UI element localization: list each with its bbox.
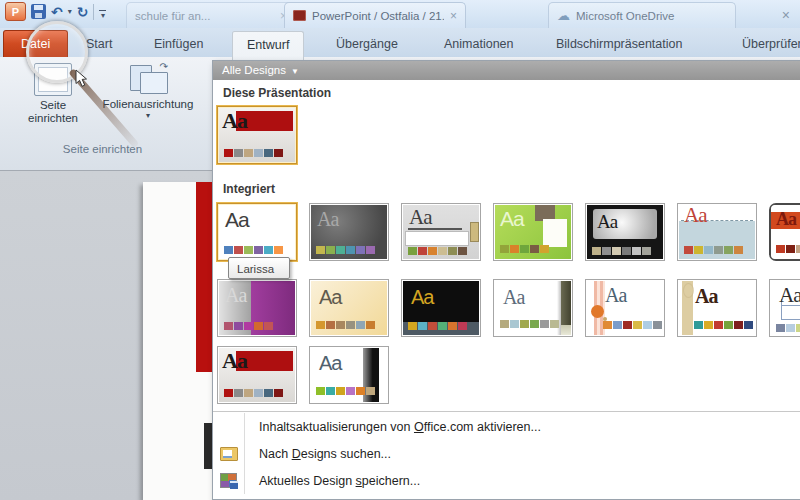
theme-aa-preview: Aa [503,287,524,307]
theme-aa-preview: Aa [605,285,626,305]
theme-thumbnail[interactable]: Aa [677,203,757,261]
theme-color-swatches [776,245,800,253]
theme-color-swatches [694,321,753,329]
menu-item-label: Nach Designs suchen... [245,447,391,461]
theme-decor [405,231,469,246]
window-close-icon[interactable]: × [782,7,790,23]
theme-thumbnail[interactable]: Aa [401,279,481,337]
theme-aa-preview: Aa [411,287,433,307]
theme-aa-preview: Aa [225,285,246,305]
gallery-menu-item[interactable]: Nach Designs suchen... [213,440,800,467]
theme-thumbnail[interactable]: Aa [309,203,389,261]
theme-color-swatches [684,246,743,254]
tab-entwurf[interactable]: Entwurf [232,31,304,61]
theme-aa-preview: Aa [225,209,249,230]
tab-bildschirmpraesentation[interactable]: Bildschirmpräsentation [542,31,696,58]
theme-color-swatches [316,246,375,254]
theme-thumbnail-larissa[interactable]: Aa [217,203,297,261]
theme-thumbnail[interactable]: Aa [309,279,389,337]
browser-tab-title: schule für an... [135,10,210,22]
menu-item-label: Aktuelles Design speichern... [245,474,420,488]
theme-color-swatches [592,247,651,255]
theme-aa-preview: Aa [222,350,247,372]
save-icon[interactable] [31,4,46,19]
tab-animationen[interactable]: Animationen [430,31,528,58]
theme-color-swatches [408,247,467,255]
slide-theme-red-bar [196,182,213,372]
powerpoint-app-icon[interactable]: P [5,2,26,21]
theme-aa-preview: Aa [695,286,717,306]
title-bar: schule für an... × PowerPoint / Ostfalia… [0,0,800,28]
theme-thumbnail[interactable]: Aa [401,203,481,261]
gallery-header-bar[interactable]: Alle Designs▼ [213,61,800,80]
theme-aa-preview: Aa [222,110,247,132]
mouse-cursor-icon [75,69,88,92]
theme-aa-preview: Aa [319,353,341,373]
button-label: Seite einrichten [14,99,92,125]
theme-color-swatches [316,321,375,329]
theme-thumbnail[interactable]: Aa [585,279,665,337]
undo-dropdown-icon[interactable]: ▾ [68,7,72,16]
menu-icon-empty [213,413,245,440]
theme-decor [543,219,567,247]
toolbar-separator [93,4,94,20]
theme-color-swatches [500,245,549,253]
menu-item-label: Inhaltsaktualisierungen von Office.com a… [245,420,541,434]
tab-close-icon[interactable]: × [450,10,457,22]
ribbon-tab-row: Datei Start Einfügen Entwurf Übergänge A… [0,28,800,58]
theme-tooltip: Larissa [228,257,290,279]
theme-color-swatches [500,320,559,328]
theme-aa-preview: Aa [409,207,432,228]
themes-gallery-dropdown: Alle Designs▼ Diese Präsentation Integri… [212,60,800,500]
slide-orientation-icon: ↷ [128,63,168,95]
theme-thumbnail[interactable]: Aa [493,279,573,337]
theme-thumbnail[interactable]: Aa [769,279,800,337]
theme-color-swatches [603,321,662,329]
section-this-presentation: Diese Präsentation [223,86,331,100]
gallery-menu: Inhaltsaktualisierungen von Office.com a… [213,413,800,494]
theme-decor [683,283,694,298]
gallery-menu-item[interactable]: Aktuelles Design speichern... [213,467,800,494]
undo-icon[interactable]: ↶ [51,5,63,19]
tab-uebergaenge[interactable]: Übergänge [322,31,412,58]
theme-thumbnail[interactable]: Aa [217,106,297,164]
save-theme-icon [213,467,245,494]
quick-access-toolbar: P ↶ ▾ ↻ ▾ [5,2,106,21]
theme-aa-preview: Aa [776,210,796,228]
theme-decor [781,305,800,320]
powerpoint-favicon-icon [293,10,306,21]
folder-search-icon [213,440,245,467]
theme-aa-preview: Aa [317,209,338,229]
theme-thumbnail[interactable]: Aa [769,203,800,261]
theme-color-swatches [776,324,800,332]
redo-icon[interactable]: ↻ [77,5,89,19]
theme-decor [470,222,479,242]
chevron-down-icon: ▼ [291,67,299,76]
theme-aa-preview: Aa [779,285,800,306]
section-integriert: Integriert [223,182,275,196]
browser-tab-background[interactable]: schule für an... × [126,2,296,28]
theme-color-swatches [224,246,283,254]
theme-thumbnail[interactable]: Aa [217,279,297,337]
theme-color-swatches [224,149,283,157]
customize-toolbar-icon[interactable]: ▾ [99,7,106,17]
browser-tab-onedrive[interactable]: ☁ Microsoft OneDrive [548,2,736,28]
browser-tab-powerpoint[interactable]: PowerPoint / Ostfalia / 21... × [284,2,466,28]
theme-thumbnail[interactable]: Aa [217,346,297,404]
theme-thumbnail[interactable]: Aa [585,203,665,261]
group-caption: Seite einrichten [0,143,205,155]
browser-tab-title: PowerPoint / Ostfalia / 21... [312,10,444,22]
theme-color-swatches [316,387,375,395]
theme-color-swatches [224,389,283,397]
tab-ueberpruefen[interactable]: Überprüfen [728,31,800,58]
tab-einfuegen[interactable]: Einfügen [140,31,217,58]
theme-decor [561,325,571,335]
theme-thumbnail[interactable]: Aa [309,346,389,404]
onedrive-cloud-icon: ☁ [557,9,570,22]
theme-color-swatches [408,322,467,330]
gallery-menu-item[interactable]: Inhaltsaktualisierungen von Office.com a… [213,413,800,440]
theme-thumbnail[interactable]: Aa [677,279,757,337]
theme-thumbnail[interactable]: Aa [493,203,573,261]
theme-decor [561,281,571,325]
theme-aa-preview: Aa [319,287,341,307]
